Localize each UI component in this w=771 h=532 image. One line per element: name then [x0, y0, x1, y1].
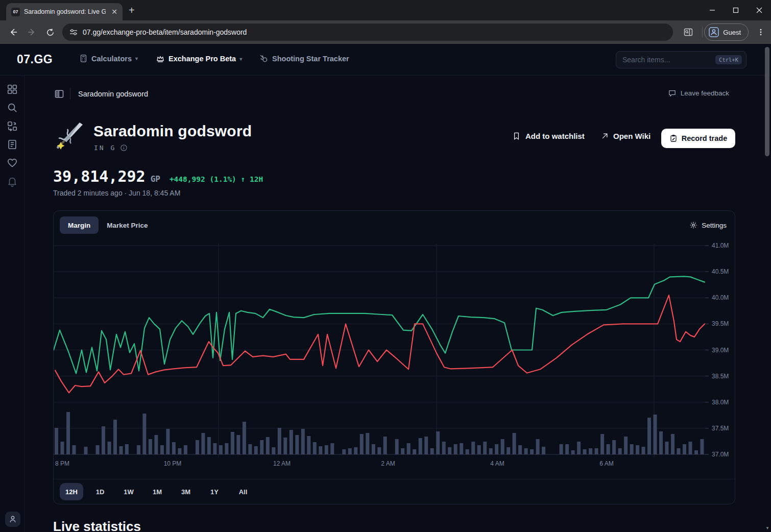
- site-logo[interactable]: 07.GG: [17, 53, 53, 66]
- toolbar-separator: [702, 27, 703, 38]
- heart-icon: [7, 157, 18, 168]
- record-trade-label: Record trade: [682, 134, 727, 142]
- new-tab-button[interactable]: +: [129, 5, 135, 15]
- tab-favicon: 07: [11, 8, 20, 16]
- site-settings-icon[interactable]: [69, 28, 78, 36]
- side-panel-search-icon: [684, 28, 693, 37]
- range-1m-button[interactable]: 1M: [146, 483, 169, 500]
- range-1w-button[interactable]: 1W: [117, 483, 140, 500]
- sidebar-search-button[interactable]: [7, 102, 18, 113]
- site-header: 07.GG Calculators ▾ Exchange Pro Beta ▾ …: [0, 44, 771, 76]
- tab-title: Saradomin godsword: Live GE P: [24, 8, 106, 15]
- forward-button[interactable]: [25, 25, 39, 39]
- kebab-menu-icon: [757, 29, 764, 36]
- icon-sidebar: [0, 76, 25, 532]
- forward-icon: [27, 28, 36, 37]
- nav-star-tracker-label: Shooting Star Tracker: [272, 55, 349, 63]
- nav-calculators[interactable]: Calculators ▾: [79, 54, 138, 63]
- minimize-icon: [709, 7, 715, 13]
- item-tags: IN G: [94, 144, 116, 152]
- range-1d-button[interactable]: 1D: [88, 483, 112, 500]
- breadcrumb-divider: [70, 88, 70, 99]
- swap-icon: [7, 120, 18, 132]
- browser-menu-button[interactable]: [754, 25, 768, 39]
- svg-text:37.0M: 37.0M: [712, 451, 729, 458]
- range-3m-button[interactable]: 3M: [174, 483, 198, 500]
- reload-button[interactable]: [43, 25, 57, 39]
- nav-exchange-pro-label: Exchange Pro Beta: [168, 55, 236, 63]
- svg-text:12 AM: 12 AM: [273, 460, 291, 467]
- back-button[interactable]: [6, 25, 20, 39]
- item-price: 39,814,292: [53, 167, 146, 185]
- add-to-watchlist-label: Add to watchlist: [525, 132, 585, 140]
- panel-toggle-icon: [54, 89, 64, 99]
- sidebar-favorites-button[interactable]: [7, 157, 18, 168]
- search-input[interactable]: [622, 56, 715, 64]
- scrollbar-thumb[interactable]: [765, 47, 769, 156]
- nav-star-tracker[interactable]: Shooting Star Tracker: [259, 54, 349, 63]
- chart-settings-button[interactable]: Settings: [689, 221, 727, 229]
- side-panel-search-button[interactable]: [681, 25, 695, 39]
- window-minimize-button[interactable]: [701, 0, 724, 20]
- browser-tabstrip: 07 Saradomin godsword: Live GE P ✕ +: [0, 0, 771, 20]
- profile-button[interactable]: Guest: [704, 23, 749, 41]
- window-close-button[interactable]: [748, 0, 771, 20]
- svg-text:2 AM: 2 AM: [381, 460, 395, 467]
- chevron-down-icon: ▾: [239, 56, 242, 62]
- price-chart[interactable]: 41.0M40.5M40.0M39.5M39.0M38.5M38.0M37.5M…: [54, 236, 736, 472]
- url-text: 07.gg/exchange-pro-beta/item/saradomin-g…: [83, 28, 247, 36]
- add-to-watchlist-button[interactable]: Add to watchlist: [512, 132, 585, 140]
- leave-feedback-label: Leave feedback: [681, 89, 729, 97]
- reload-icon: [46, 28, 55, 37]
- svg-text:38.5M: 38.5M: [712, 373, 729, 380]
- window-maximize-button[interactable]: [724, 0, 748, 20]
- open-wiki-button[interactable]: Open Wiki: [601, 132, 650, 140]
- nav-exchange-pro[interactable]: Exchange Pro Beta ▾: [156, 54, 242, 63]
- svg-text:38.0M: 38.0M: [712, 399, 729, 406]
- browser-tab[interactable]: 07 Saradomin godsword: Live GE P ✕: [6, 3, 123, 20]
- guest-avatar-icon: [709, 27, 719, 37]
- price-change: +448,992 (1.1%) ↑ 12H: [170, 175, 263, 183]
- sidebar-profile-button[interactable]: [5, 512, 20, 527]
- sidebar-dashboard-button[interactable]: [7, 84, 18, 95]
- chevron-down-icon: ▾: [135, 56, 138, 61]
- svg-text:39.0M: 39.0M: [712, 347, 729, 354]
- item-image-saradomin-godsword: [54, 120, 85, 151]
- main-content: Saradomin godsword Leave feedback Sarado…: [25, 76, 771, 532]
- url-bar[interactable]: 07.gg/exchange-pro-beta/item/saradomin-g…: [62, 23, 673, 41]
- range-1y-button[interactable]: 1Y: [203, 483, 226, 500]
- range-12h-button[interactable]: 12H: [60, 483, 83, 500]
- calculator-icon: [79, 54, 88, 63]
- person-icon: [8, 515, 17, 524]
- chart-card: Margin Market Price Settings 41.0M40.5M4…: [53, 210, 735, 504]
- svg-text:41.0M: 41.0M: [712, 242, 729, 249]
- sidebar-notes-button[interactable]: [7, 139, 18, 150]
- bookmark-icon: [512, 132, 521, 140]
- item-search[interactable]: Ctrl+K: [616, 51, 746, 68]
- bell-icon: [7, 176, 18, 187]
- browser-toolbar: 07.gg/exchange-pro-beta/item/saradomin-g…: [0, 20, 771, 44]
- svg-text:40.0M: 40.0M: [712, 294, 729, 301]
- last-traded-text: Traded 2 minutes ago · Jun 18, 8:45 AM: [53, 189, 180, 197]
- crown-icon: [156, 54, 165, 63]
- comet-icon: [259, 54, 269, 63]
- gear-icon: [689, 221, 697, 229]
- time-range-group: 12H 1D 1W 1M 3M 1Y All: [54, 479, 735, 504]
- search-icon: [7, 102, 18, 113]
- panel-toggle-button[interactable]: [54, 89, 64, 99]
- range-all-button[interactable]: All: [231, 483, 255, 500]
- svg-text:10 PM: 10 PM: [164, 460, 182, 467]
- svg-text:6 AM: 6 AM: [599, 460, 613, 467]
- sidebar-swap-button[interactable]: [7, 120, 18, 132]
- sidebar-alerts-button[interactable]: [7, 176, 18, 187]
- chat-bubble-icon: [668, 89, 677, 98]
- record-trade-button[interactable]: Record trade: [661, 129, 735, 148]
- tab-margin[interactable]: Margin: [60, 216, 99, 234]
- price-currency: GP: [151, 174, 160, 184]
- info-icon[interactable]: [120, 144, 128, 152]
- tab-close-icon[interactable]: ✕: [111, 8, 117, 16]
- close-icon: [756, 7, 762, 13]
- leave-feedback-button[interactable]: Leave feedback: [668, 89, 729, 98]
- tab-market-price[interactable]: Market Price: [99, 216, 156, 234]
- scrollbar-down-arrow[interactable]: ▾: [764, 525, 770, 531]
